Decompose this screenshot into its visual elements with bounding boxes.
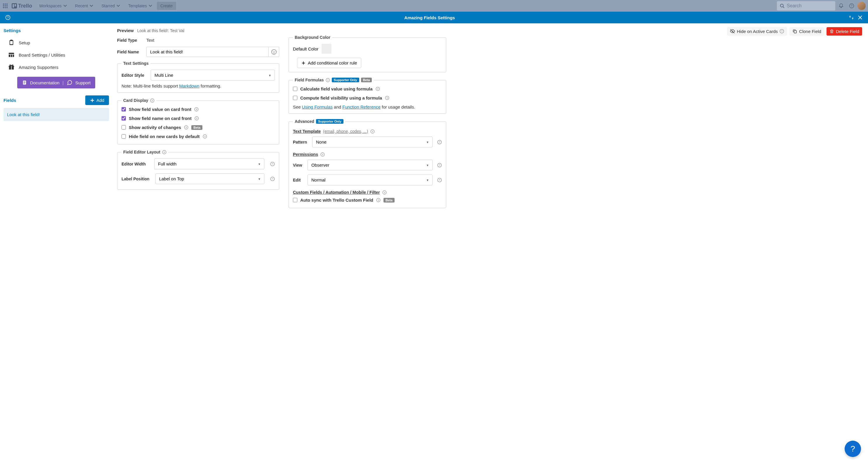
markdown-link[interactable]: Markdown (179, 84, 199, 89)
pattern-label: Pattern (293, 140, 308, 144)
show-value-checkbox[interactable] (122, 107, 126, 111)
function-reference-link[interactable]: Function Reference (342, 104, 380, 109)
hide-default-checkbox[interactable] (122, 134, 126, 139)
add-field-button[interactable]: Add (85, 95, 109, 105)
help-icon[interactable]: ? (320, 152, 325, 157)
nav-create[interactable]: Create (157, 2, 176, 10)
calc-visibility-checkbox[interactable] (293, 96, 297, 100)
svg-rect-8 (6, 7, 8, 8)
nav-workspaces[interactable]: Workspaces (36, 2, 70, 10)
help-icon[interactable]: ? (150, 98, 155, 103)
help-icon[interactable]: ? (376, 198, 380, 202)
clone-button-label: Clone Field (799, 29, 821, 34)
help-icon[interactable]: ? (382, 190, 387, 195)
help-icon[interactable]: ? (194, 116, 199, 121)
svg-rect-21 (9, 53, 14, 57)
search-icon (780, 3, 784, 8)
field-type-value: Text (146, 38, 155, 43)
color-swatch[interactable] (321, 44, 332, 54)
trash-icon (830, 29, 834, 34)
help-icon[interactable]: ? (194, 107, 198, 111)
emoji-picker-button[interactable] (269, 47, 279, 57)
sync-heading: Custom Fields / Automation / Mobile / Fi… (293, 190, 442, 195)
chevron-down-icon (117, 5, 120, 7)
view-select[interactable]: Observer (308, 160, 433, 170)
label-position-select[interactable]: Label on Top (155, 173, 264, 184)
hide-default-row: Hide field on new cards by default ? (122, 134, 275, 139)
label-position-label: Label Position (122, 176, 150, 181)
chevron-down-icon (63, 5, 67, 7)
help-icon[interactable]: ? (385, 96, 389, 100)
add-rule-label: Add conditional color rule (308, 60, 357, 65)
nav-templates[interactable]: Templates (125, 2, 156, 10)
content-right: Background Color Default Color Add condi… (288, 35, 446, 459)
edit-row: Edit Normal▼ ? (293, 174, 442, 185)
using-formulas-link[interactable]: Using Formulas (302, 104, 333, 109)
help-icon[interactable]: ? (376, 87, 380, 91)
hide-button[interactable]: Hide on Active Cards ? (727, 27, 787, 36)
editor-width-select[interactable]: Full width (154, 159, 264, 169)
avatar[interactable] (858, 2, 866, 10)
sidebar-item-board[interactable]: Board Settings / Utilities (3, 49, 109, 61)
sidebar-item-label: Amazing Supporters (19, 65, 58, 70)
help-icon[interactable]: ? (437, 178, 442, 183)
nav-starred[interactable]: Starred (98, 2, 124, 10)
markdown-note: Note: Multi-line fields support Markdown… (122, 84, 275, 89)
notifications-icon[interactable] (836, 1, 846, 10)
help-icon[interactable]: ? (162, 150, 166, 154)
show-name-row: Show field name on card front ? (122, 116, 275, 121)
sidebar-item-supporters[interactable]: Amazing Supporters (3, 61, 109, 73)
help-icon[interactable]: ? (437, 140, 442, 144)
field-list-item[interactable]: Look at this field! (3, 108, 109, 121)
svg-rect-3 (3, 5, 4, 6)
svg-rect-5 (6, 5, 8, 6)
close-icon[interactable] (857, 14, 864, 21)
advanced-legend: Advanced Supporter Only (293, 119, 345, 124)
nav-create-label: Create (160, 3, 173, 8)
trello-logo[interactable]: Trello (9, 3, 34, 9)
help-icon[interactable]: ? (270, 176, 275, 181)
advanced-fieldset: Advanced Supporter Only Text Template (e… (288, 119, 446, 208)
gift-icon (8, 64, 14, 70)
help-icon[interactable]: ? (370, 129, 375, 134)
search-box[interactable]: Search (777, 1, 835, 10)
beta-badge: Beta (191, 125, 203, 130)
help-icon[interactable]: ? (326, 78, 330, 82)
help-icon[interactable]: ? (779, 29, 784, 34)
preview-row: Preview Look at this field!: Test Val (117, 28, 279, 33)
header-help-icon[interactable]: ? (4, 14, 11, 21)
clone-button[interactable]: Clone Field (789, 27, 824, 36)
svg-line-10 (783, 7, 784, 8)
auto-sync-checkbox[interactable] (293, 198, 297, 202)
help-icon[interactable]: ? (184, 125, 188, 130)
collapse-icon[interactable] (848, 14, 855, 21)
pattern-select[interactable]: None (312, 137, 433, 147)
nav-recent[interactable]: Recent (71, 2, 97, 10)
edit-select[interactable]: Normal (308, 174, 433, 185)
delete-button[interactable]: Delete Field (827, 27, 862, 36)
help-icon[interactable]: ? (270, 162, 275, 166)
doc-support-button[interactable]: Documentation | Support (17, 77, 95, 89)
editor-style-select[interactable]: Multi Line (151, 70, 275, 80)
calc-value-checkbox[interactable] (293, 87, 297, 91)
apps-grid-icon[interactable] (2, 3, 8, 9)
text-settings-legend: Text Settings (122, 61, 150, 66)
sidebar-item-setup[interactable]: Setup (3, 36, 109, 49)
nav-starred-label: Starred (101, 3, 115, 8)
show-activity-checkbox[interactable] (122, 125, 126, 130)
svg-text:?: ? (204, 135, 206, 138)
field-name-input[interactable] (146, 47, 269, 57)
editor-style-label: Editor Style (122, 73, 145, 78)
nav-recent-label: Recent (75, 3, 88, 8)
show-name-checkbox[interactable] (122, 116, 126, 121)
card-display-fieldset: Card Display ? Show field value on card … (117, 98, 279, 144)
help-fab[interactable]: ? (845, 441, 861, 457)
add-rule-button[interactable]: Add conditional color rule (297, 58, 361, 68)
help-icon[interactable]: ? (203, 134, 207, 139)
help-icon[interactable]: ? (437, 163, 442, 167)
svg-rect-2 (6, 3, 8, 5)
documentation-label: Documentation (30, 80, 60, 85)
svg-text:?: ? (185, 126, 187, 129)
svg-rect-17 (794, 30, 797, 33)
help-icon[interactable]: ? (847, 1, 856, 10)
